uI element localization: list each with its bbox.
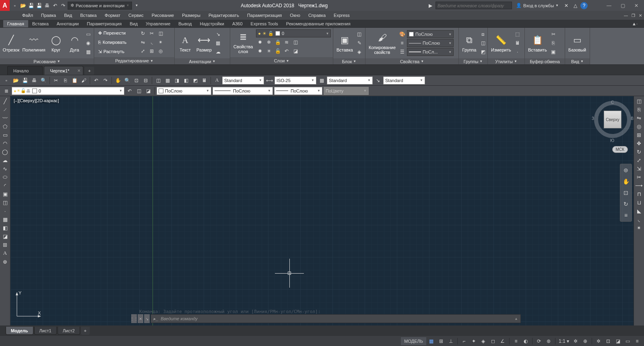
osnap-icon[interactable]: ◻ [489, 337, 497, 345]
tab-a360[interactable]: A360 [228, 20, 247, 27]
snap-icon[interactable]: ⊞ [437, 337, 446, 345]
filetab-doc[interactable]: Чертеж1*✕ [44, 66, 83, 75]
fullnav-icon[interactable]: ⊚ [621, 166, 630, 175]
layer-iso-icon[interactable]: ◫ [291, 38, 299, 46]
annomon-icon[interactable]: ⊛ [544, 337, 553, 345]
annoauto-icon[interactable]: ⊕ [581, 337, 590, 345]
orbit-icon[interactable]: ↻ [621, 200, 630, 208]
maximize-button[interactable]: ▢ [617, 2, 629, 10]
region-icon[interactable]: ◪ [1, 232, 9, 240]
panel-groups-title[interactable]: Группы▼ [459, 58, 487, 64]
gradient-icon[interactable]: ◧ [1, 224, 9, 232]
polar-icon[interactable]: ✦ [469, 337, 478, 345]
help-icon[interactable]: ? [580, 2, 588, 9]
calc-icon[interactable]: 🖩 [200, 76, 208, 84]
panel-layers-title[interactable]: Слои▼ [230, 57, 333, 64]
rect-icon[interactable]: ▭ [1, 131, 9, 139]
offset-icon[interactable]: ◎ [635, 122, 643, 130]
cut-icon[interactable]: ✂ [549, 30, 557, 38]
menu-edit[interactable]: Правка [37, 11, 60, 20]
redo-icon[interactable]: ↷ [60, 2, 67, 9]
annoscale-label[interactable]: 1:1 ▾ [557, 337, 570, 345]
layout-model[interactable]: Модель [6, 327, 33, 335]
color-combo[interactable]: ПоСлою▼ [407, 30, 454, 38]
measure-button[interactable]: 📏Измерить [489, 29, 513, 58]
cmd-close-icon[interactable]: ✕ [138, 314, 143, 323]
viewcube[interactable]: Сверху С Ю В З [594, 101, 631, 138]
qat-more-icon[interactable]: ▼ [133, 2, 140, 9]
tab-view[interactable]: Вид [126, 20, 142, 27]
menu-modify[interactable]: Редактировать [204, 11, 243, 20]
create-block-icon[interactable]: ◫ [355, 30, 363, 38]
plot-icon[interactable]: 🖶 [30, 76, 38, 84]
copy-icon[interactable]: ⎘ [61, 76, 69, 84]
stretch-icon[interactable]: ⇲ [635, 165, 643, 173]
group-edit-icon[interactable]: ◫ [479, 39, 487, 47]
polygon-icon[interactable]: ⬠ [1, 122, 9, 130]
wcs-badge[interactable]: МСК [612, 146, 628, 153]
pan-icon[interactable]: ✋ [114, 76, 122, 84]
menu-tools[interactable]: Сервис [124, 11, 148, 20]
ellipse-icon[interactable]: ⬭ [1, 173, 9, 181]
lw-icon[interactable]: ≡ [512, 337, 520, 345]
lt-icon[interactable]: ≡ [398, 39, 406, 47]
signin-button[interactable]: 👤 Вход в службы ▼ [514, 2, 561, 10]
layer-on-icon[interactable]: ✹ [256, 47, 264, 55]
mleader-icon[interactable]: ↘ [374, 76, 382, 84]
chamfer-icon[interactable]: ◣ [635, 207, 643, 215]
matchprop-button[interactable]: 🖌Копирование свойств [367, 29, 397, 58]
ellarc-icon[interactable]: ◜ [1, 181, 9, 189]
table-icon[interactable]: ⊞ [1, 241, 9, 249]
group-button[interactable]: ⧉Группа [460, 29, 478, 58]
paste-icon[interactable]: 📋 [70, 76, 78, 84]
close-icon[interactable]: ✕ [77, 68, 80, 73]
menu-draw[interactable]: Рисование [148, 11, 178, 20]
a360-icon[interactable]: △ [572, 2, 579, 9]
layer-combo[interactable]: ● ☀ 🔓 0 ▼ [256, 29, 331, 37]
point-icon[interactable]: · [1, 207, 9, 215]
menu-file[interactable]: Файл [18, 11, 37, 20]
layer-combo2[interactable]: ●☀🔓🖶 0▼ [12, 87, 124, 95]
viewport-controls[interactable]: [–][Сверху][2D-каркас] [13, 98, 60, 103]
app-logo[interactable]: A [0, 0, 10, 11]
annovisible-icon[interactable]: ✲ [571, 337, 580, 345]
calc-icon[interactable]: 🖩 [514, 39, 522, 47]
ws-icon[interactable]: ✲ [594, 337, 603, 345]
plot-icon[interactable]: 🖶 [43, 2, 51, 9]
tablestyle-icon[interactable]: ▦ [318, 76, 326, 84]
list-icon[interactable]: ☰ [398, 48, 406, 56]
mdi-restore[interactable]: ❐ [630, 12, 637, 19]
linetype-combo2[interactable]: ПоСлою▼ [213, 87, 273, 95]
zoom-icon[interactable]: 🔍 [123, 76, 131, 84]
mirror-icon[interactable]: ⇋ [635, 114, 643, 122]
showmot-icon[interactable]: ≡ [621, 211, 630, 220]
ssm-icon[interactable]: ◧ [182, 76, 190, 84]
viewcube-face[interactable]: Сверху [604, 111, 621, 128]
mdi-close[interactable]: ✕ [637, 12, 644, 19]
panel-view-title[interactable]: Вид▼ [565, 58, 590, 64]
circle-button[interactable]: ◯Круг [47, 29, 65, 58]
lineweight-combo2[interactable]: ПоСлою▼ [274, 87, 322, 95]
extend-icon[interactable]: ⟶ [635, 181, 643, 189]
menu-dimension[interactable]: Размеры [178, 11, 204, 20]
layer-prev-icon[interactable]: ↶ [283, 47, 291, 55]
ellipse-icon[interactable]: ◉ [84, 39, 92, 47]
panel-clip-title[interactable]: Буфер обмена [525, 58, 565, 64]
cycle-icon[interactable]: ⟳ [535, 337, 543, 345]
layout-sheet1[interactable]: Лист1 [34, 327, 57, 335]
pan-icon[interactable]: ✋ [621, 177, 630, 186]
layer-match-icon[interactable]: ≋ [283, 38, 291, 46]
layer-lock-icon[interactable]: 🔒 [274, 38, 282, 46]
cleanscreen-icon[interactable]: ▭ [623, 337, 632, 345]
close-button[interactable]: ✕ [630, 2, 642, 10]
tab-express[interactable]: Express Tools [247, 20, 282, 27]
ribbon-collapse[interactable]: ▲· [628, 20, 642, 27]
copy-button[interactable]: ⎘Копировать [97, 38, 128, 47]
panel-annot-title[interactable]: Аннотации▼ [175, 58, 230, 64]
search-go-icon[interactable]: ▶ [427, 2, 434, 9]
ortho-icon[interactable]: ⌐ [460, 337, 469, 345]
panel-utils-title[interactable]: Утилиты▼ [488, 58, 524, 64]
infer-icon[interactable]: ⊥ [446, 337, 455, 345]
offset-icon[interactable]: ◎ [157, 47, 165, 55]
xline-icon[interactable]: ⟋ [1, 105, 9, 113]
